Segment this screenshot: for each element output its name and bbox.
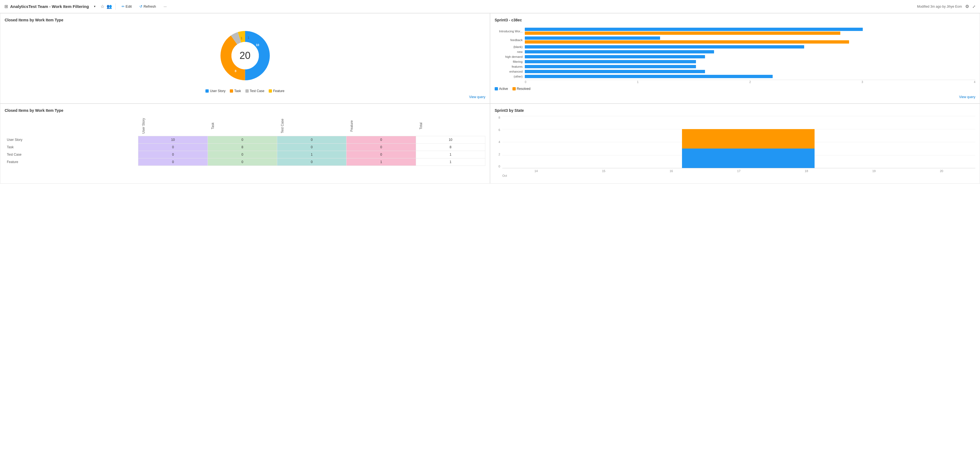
- pivot-table: User Story Task Test Case Feature Total: [5, 116, 485, 166]
- axis-4: 4: [974, 81, 975, 84]
- donut-total: 20: [239, 50, 250, 61]
- legend-label-feature: Feature: [273, 89, 284, 93]
- modified-text: Modified 3m ago by Jihye Eom: [917, 5, 962, 8]
- bar-row-0: Introducing Wor...: [495, 28, 975, 35]
- stacked-active: [682, 148, 815, 168]
- grid-line-0: [502, 168, 975, 168]
- row-label-us: User Story: [5, 136, 138, 143]
- svg-text:1: 1: [248, 36, 249, 39]
- bar-resolved-1: [525, 40, 849, 44]
- bar-group-7: [525, 70, 975, 73]
- bar-group-6: [525, 65, 975, 68]
- bar-group-4: [525, 55, 975, 58]
- star-icon[interactable]: ☆: [100, 4, 104, 9]
- cell-task-us: 0: [138, 143, 208, 151]
- bar-row-6: features: [495, 65, 975, 68]
- x-15: 15: [602, 169, 605, 173]
- donut-chart-title: Closed Items by Work Item Type: [5, 18, 485, 22]
- people-icon[interactable]: 👥: [107, 4, 112, 9]
- legend-task: Task: [230, 89, 241, 93]
- bar-row-7: enhanced: [495, 70, 975, 73]
- expand-icon[interactable]: ⤢: [972, 5, 975, 9]
- page-title: AnalyticsTest Team - Work Item Filtering: [10, 4, 89, 9]
- legend-test-case: Test Case: [245, 89, 264, 93]
- x-19: 19: [872, 169, 876, 173]
- bar-active-5: [525, 60, 696, 63]
- legend-active: Active: [495, 87, 508, 91]
- bar-group-8: [525, 75, 975, 78]
- bar-chart-legend: Active Resolved: [495, 87, 975, 91]
- refresh-label: Refresh: [143, 5, 156, 8]
- cell-tc-total: 1: [416, 151, 485, 158]
- y-8: 8: [495, 116, 500, 119]
- legend-dot-test-case: [245, 89, 249, 92]
- bar-active-6: [525, 65, 696, 68]
- bar-active-1: [525, 37, 660, 40]
- state-chart-title: Sprint3 by State: [495, 108, 975, 113]
- edit-icon: ✏: [122, 5, 125, 8]
- donut-legend: User Story Task Test Case Feature: [205, 89, 284, 93]
- table-row-task: Task 0 8 0 0 8: [5, 143, 485, 151]
- edit-button[interactable]: ✏ Edit: [119, 3, 134, 10]
- svg-text:10: 10: [256, 43, 259, 46]
- y-axis: 8 6 4 2 0: [495, 116, 500, 168]
- bar-view-query[interactable]: View query: [495, 95, 975, 99]
- bar-label-1: feedback: [495, 38, 525, 41]
- cell-us-feat: 0: [347, 136, 416, 143]
- bar-label-6: features: [495, 65, 525, 68]
- more-button[interactable]: ···: [161, 3, 170, 10]
- th-empty: [5, 116, 138, 136]
- title-chevron-button[interactable]: ▾: [91, 3, 98, 9]
- cell-feat-feat: 1: [347, 158, 416, 166]
- legend-active-label: Active: [499, 87, 508, 91]
- pivot-table-title: Closed Items by Work Item Type: [5, 108, 485, 113]
- row-label-feat: Feature: [5, 158, 138, 166]
- donut-view-query[interactable]: View query: [5, 95, 485, 99]
- more-icon: ···: [164, 5, 167, 8]
- bar-group-0: [525, 28, 975, 35]
- widget-sprint3-state: Sprint3 by State 8 6 4 2 0: [490, 104, 980, 184]
- row-label-tc: Test Case: [5, 151, 138, 158]
- bar-label-4: high demand: [495, 55, 525, 58]
- axis-2: 2: [749, 81, 751, 84]
- cell-us-total: 10: [416, 136, 485, 143]
- bar-row-1: feedback: [495, 37, 975, 44]
- legend-dot-task: [230, 89, 233, 92]
- axis-3: 3: [862, 81, 863, 84]
- cell-tc-task: 0: [208, 151, 277, 158]
- header-divider: [115, 3, 116, 10]
- x-16: 16: [670, 169, 673, 173]
- bar-axis-labels: 0 1 2 3 4: [525, 81, 975, 84]
- cell-feat-task: 0: [208, 158, 277, 166]
- stacked-resolved: [682, 129, 815, 148]
- th-feature: Feature: [347, 116, 416, 136]
- bar-label-8: (other): [495, 75, 525, 78]
- legend-feature: Feature: [269, 89, 284, 93]
- widget-closed-items-donut: Closed Items by Work Item Type: [0, 13, 490, 104]
- th-user-story: User Story: [138, 116, 208, 136]
- bar-row-5: filtering: [495, 60, 975, 63]
- x-14: 14: [535, 169, 538, 173]
- settings-icon[interactable]: ⚙: [965, 4, 969, 9]
- th-test-case: Test Case: [277, 116, 347, 136]
- bar-label-3: new: [495, 50, 525, 53]
- y-6: 6: [495, 128, 500, 132]
- bar-active-2: [525, 45, 804, 48]
- widget-pivot-table: Closed Items by Work Item Type User Stor…: [0, 104, 490, 184]
- legend-dot-active: [495, 87, 498, 91]
- cell-us-task: 0: [208, 136, 277, 143]
- y-2: 2: [495, 153, 500, 156]
- table-row-user-story: User Story 10 0 0 0 10: [5, 136, 485, 143]
- cell-tc-feat: 0: [347, 151, 416, 158]
- stacked-bar: [682, 129, 815, 168]
- bar-row-3: new: [495, 50, 975, 53]
- bar-active-3: [525, 50, 714, 53]
- state-chart-plot: [502, 116, 975, 168]
- state-chart-container: 8 6 4 2 0: [495, 116, 975, 179]
- svg-text:1: 1: [241, 37, 242, 40]
- x-20: 20: [940, 169, 943, 173]
- th-task: Task: [208, 116, 277, 136]
- x-axis-labels: 14 15 16 17 18 19 20: [502, 169, 975, 173]
- refresh-button[interactable]: ↺ Refresh: [137, 3, 159, 10]
- dashboard-grid: Closed Items by Work Item Type: [0, 13, 980, 184]
